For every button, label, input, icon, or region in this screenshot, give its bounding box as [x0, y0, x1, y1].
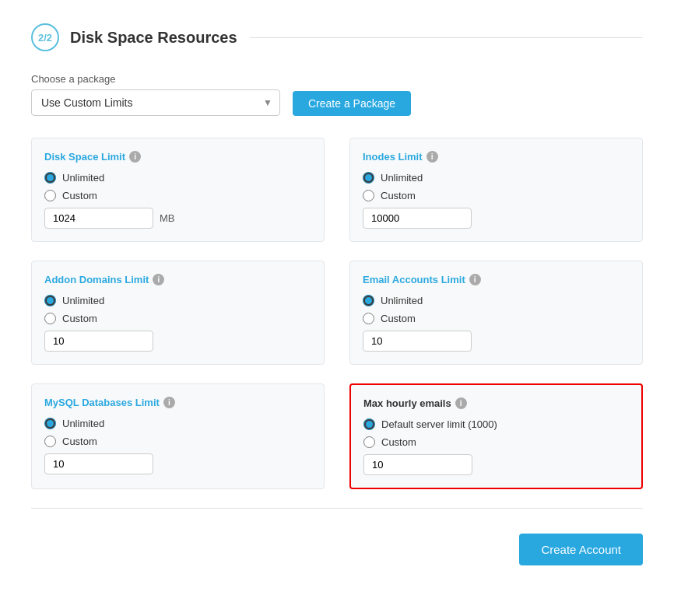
- max-hourly-emails-custom-label: Custom: [381, 436, 416, 448]
- inodes-input-row: [363, 208, 630, 229]
- email-accounts-custom-row: Custom: [363, 313, 630, 324]
- mysql-databases-custom-label: Custom: [62, 436, 97, 447]
- addon-domains-input[interactable]: [44, 331, 153, 352]
- package-select[interactable]: Use Custom Limits Package 1 Package 2: [31, 89, 280, 116]
- email-accounts-unlimited-row: Unlimited: [363, 295, 630, 306]
- package-row: Use Custom Limits Package 1 Package 2 ▼ …: [31, 89, 643, 116]
- email-accounts-custom-radio[interactable]: [363, 313, 374, 324]
- create-package-button[interactable]: Create a Package: [293, 91, 411, 116]
- inodes-input[interactable]: [363, 208, 472, 229]
- disk-space-custom-row: Custom: [44, 190, 311, 201]
- max-hourly-emails-input[interactable]: [363, 454, 472, 475]
- email-accounts-limit-title: Email Accounts Limit i: [363, 274, 630, 285]
- mysql-databases-input-row: [44, 453, 311, 474]
- inodes-unlimited-row: Unlimited: [363, 172, 630, 184]
- max-hourly-emails-custom-row: Custom: [363, 436, 629, 448]
- mysql-databases-input[interactable]: [44, 453, 153, 474]
- addon-domains-limit-title: Addon Domains Limit i: [44, 274, 311, 285]
- mysql-databases-limit-title: MySQL Databases Limit i: [44, 397, 311, 408]
- footer-row: Create Account: [31, 527, 643, 565]
- max-hourly-emails-custom-radio[interactable]: [363, 436, 375, 448]
- email-accounts-unlimited-label: Unlimited: [381, 295, 423, 306]
- package-label: Choose a package: [31, 73, 643, 85]
- max-hourly-emails-limit-title: Max hourly emails i: [363, 397, 629, 409]
- addon-domains-unlimited-radio[interactable]: [44, 295, 56, 306]
- page-title: Disk Space Resources: [70, 29, 237, 47]
- max-hourly-emails-default-label: Default server limit (1000): [381, 418, 497, 430]
- inodes-unlimited-label: Unlimited: [381, 172, 423, 184]
- mysql-databases-unlimited-radio[interactable]: [44, 418, 56, 429]
- addon-domains-custom-row: Custom: [44, 313, 311, 324]
- section-header: 2/2 Disk Space Resources: [31, 23, 643, 51]
- page-container: 2/2 Disk Space Resources Choose a packag…: [0, 0, 674, 589]
- inodes-info-icon[interactable]: i: [427, 151, 438, 163]
- email-accounts-info-icon[interactable]: i: [469, 274, 481, 285]
- inodes-custom-radio[interactable]: [363, 190, 374, 201]
- disk-space-unlimited-label: Unlimited: [62, 172, 104, 184]
- limits-grid: Disk Space Limit i Unlimited Custom MB I…: [31, 138, 643, 489]
- disk-space-input-row: MB: [44, 208, 311, 229]
- email-accounts-input-row: [363, 331, 630, 352]
- step-badge: 2/2: [31, 23, 59, 51]
- addon-domains-info-icon[interactable]: i: [153, 274, 164, 285]
- inodes-limit-title: Inodes Limit i: [363, 151, 630, 163]
- mysql-databases-info-icon[interactable]: i: [163, 397, 175, 408]
- inodes-limit-section: Inodes Limit i Unlimited Custom: [349, 138, 643, 242]
- max-hourly-emails-default-row: Default server limit (1000): [363, 418, 629, 430]
- disk-space-unit: MB: [160, 212, 175, 224]
- mysql-databases-custom-radio[interactable]: [44, 436, 56, 447]
- mysql-databases-custom-row: Custom: [44, 436, 311, 447]
- max-hourly-emails-default-radio[interactable]: [363, 418, 375, 430]
- disk-space-info-icon[interactable]: i: [129, 151, 141, 163]
- inodes-unlimited-radio[interactable]: [363, 172, 374, 184]
- inodes-custom-row: Custom: [363, 190, 630, 201]
- email-accounts-input[interactable]: [363, 331, 472, 352]
- mysql-databases-unlimited-row: Unlimited: [44, 418, 311, 429]
- email-accounts-custom-label: Custom: [381, 313, 416, 324]
- inodes-custom-label: Custom: [381, 190, 416, 201]
- mysql-databases-limit-section: MySQL Databases Limit i Unlimited Custom: [31, 383, 325, 489]
- max-hourly-emails-limit-section: Max hourly emails i Default server limit…: [349, 383, 643, 489]
- disk-space-unlimited-row: Unlimited: [44, 172, 311, 184]
- addon-domains-unlimited-row: Unlimited: [44, 295, 311, 306]
- disk-space-unlimited-radio[interactable]: [44, 172, 56, 184]
- disk-space-input[interactable]: [44, 208, 153, 229]
- max-hourly-emails-input-row: [363, 454, 629, 475]
- email-accounts-unlimited-radio[interactable]: [363, 295, 374, 306]
- email-accounts-limit-section: Email Accounts Limit i Unlimited Custom: [349, 261, 643, 365]
- disk-space-custom-label: Custom: [62, 190, 97, 201]
- footer-divider: [31, 508, 643, 509]
- disk-space-limit-section: Disk Space Limit i Unlimited Custom MB: [31, 138, 325, 242]
- mysql-databases-unlimited-label: Unlimited: [62, 418, 104, 429]
- addon-domains-input-row: [44, 331, 311, 352]
- addon-domains-custom-radio[interactable]: [44, 313, 56, 324]
- package-select-wrap: Use Custom Limits Package 1 Package 2 ▼: [31, 89, 280, 116]
- disk-space-limit-title: Disk Space Limit i: [44, 151, 311, 163]
- title-divider: [250, 37, 643, 38]
- addon-domains-unlimited-label: Unlimited: [62, 295, 104, 306]
- create-account-button[interactable]: Create Account: [519, 534, 643, 565]
- addon-domains-limit-section: Addon Domains Limit i Unlimited Custom: [31, 261, 325, 365]
- max-hourly-emails-info-icon[interactable]: i: [455, 397, 467, 409]
- disk-space-custom-radio[interactable]: [44, 190, 56, 201]
- addon-domains-custom-label: Custom: [62, 313, 97, 324]
